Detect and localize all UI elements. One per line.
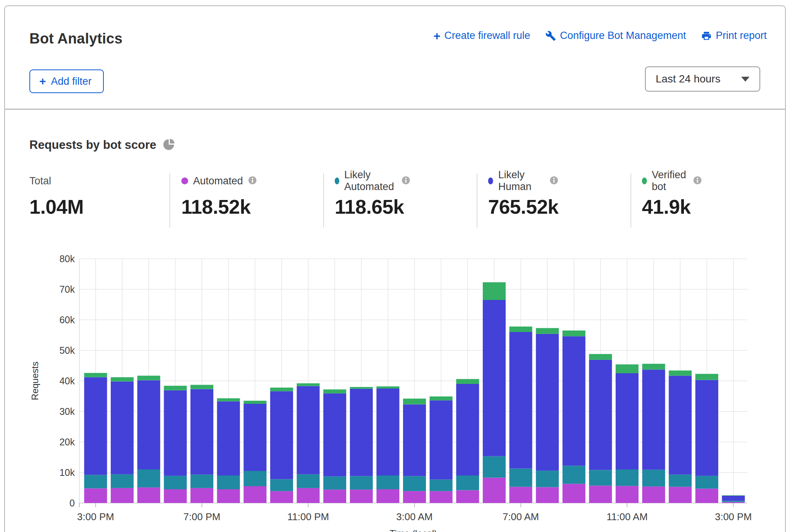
bar-segment-automated[interactable] [350,490,373,503]
bar-segment-likely-automated[interactable] [642,470,665,487]
bar-segment-likely-human[interactable] [323,393,346,477]
bar-segment-likely-human[interactable] [137,380,160,469]
bar-segment-automated[interactable] [695,488,718,503]
bar-segment-automated[interactable] [669,487,692,503]
bar-segment-verified-bot[interactable] [217,398,240,401]
bar-segment-verified-bot[interactable] [164,386,187,390]
bar-segment-automated[interactable] [217,489,240,503]
bar-segment-likely-human[interactable] [722,496,745,501]
bar-segment-automated[interactable] [323,490,346,503]
bar-segment-verified-bot[interactable] [297,383,320,386]
bar-segment-likely-human[interactable] [456,384,479,476]
bar-stack-200pm[interactable] [695,374,718,503]
bar-segment-automated[interactable] [270,491,293,503]
bar-segment-likely-automated[interactable] [456,476,479,490]
info-icon[interactable] [401,176,410,186]
bar-segment-automated[interactable] [164,489,187,503]
add-filter-button[interactable]: + Add filter [29,69,104,93]
bar-segment-automated[interactable] [190,488,213,503]
bar-segment-likely-human[interactable] [350,389,373,476]
time-range-select[interactable]: Last 24 hours [645,66,760,92]
bar-segment-likely-human[interactable] [536,334,559,471]
bar-stack-600pm[interactable] [164,386,187,503]
bar-segment-likely-automated[interactable] [669,475,692,487]
bar-segment-automated[interactable] [722,502,745,503]
bar-segment-automated[interactable] [642,487,665,503]
bar-segment-automated[interactable] [456,490,479,503]
bar-segment-verified-bot[interactable] [616,364,638,373]
bar-stack-300am[interactable] [403,398,426,503]
bar-stack-1100am[interactable] [616,364,638,503]
bar-segment-likely-human[interactable] [190,389,213,475]
bar-stack-1000am[interactable] [589,354,612,503]
bar-segment-likely-human[interactable] [616,373,638,469]
bar-segment-verified-bot[interactable] [430,397,453,400]
bar-segment-verified-bot[interactable] [483,282,506,300]
bar-segment-likely-automated[interactable] [722,501,745,502]
bar-stack-900pm[interactable] [243,401,266,503]
bar-segment-verified-bot[interactable] [323,389,346,393]
bar-segment-automated[interactable] [509,487,532,503]
bar-segment-likely-automated[interactable] [323,476,346,489]
bar-segment-automated[interactable] [483,478,506,503]
bar-segment-likely-automated[interactable] [430,479,453,491]
bar-stack-800pm[interactable] [217,398,240,503]
bar-segment-likely-human[interactable] [695,380,718,476]
info-icon[interactable] [693,176,702,186]
bar-stack-500pm[interactable] [137,376,160,503]
bar-stack-1200am[interactable] [323,389,346,503]
bar-segment-likely-human[interactable] [669,376,692,474]
bar-segment-verified-bot[interactable] [536,328,559,334]
bar-segment-likely-human[interactable] [509,332,532,469]
bar-segment-verified-bot[interactable] [589,354,612,360]
bar-segment-verified-bot[interactable] [84,373,107,377]
bar-segment-automated[interactable] [376,489,399,503]
bar-segment-likely-human[interactable] [111,382,134,474]
bar-segment-automated[interactable] [589,485,612,503]
configure-bot-management-link[interactable]: Configure Bot Management [545,30,686,42]
bar-segment-likely-human[interactable] [563,336,585,466]
bar-stack-700am[interactable] [509,327,532,503]
bar-segment-automated[interactable] [111,488,134,503]
bar-stack-100pm[interactable] [669,371,692,503]
bar-segment-verified-bot[interactable] [669,371,692,376]
bar-segment-likely-human[interactable] [642,369,665,469]
bar-stack-200am[interactable] [376,386,399,503]
bar-segment-likely-automated[interactable] [190,475,213,488]
bar-segment-automated[interactable] [616,486,638,503]
bar-segment-likely-automated[interactable] [243,471,266,486]
bar-segment-automated[interactable] [297,488,320,503]
bar-segment-likely-human[interactable] [483,300,506,456]
bar-segment-likely-automated[interactable] [403,476,426,491]
bar-segment-likely-human[interactable] [164,390,187,476]
bar-segment-automated[interactable] [84,488,107,503]
bar-segment-likely-automated[interactable] [217,476,240,489]
bar-stack-900am[interactable] [563,330,585,503]
bar-segment-likely-automated[interactable] [563,466,585,484]
bar-segment-verified-bot[interactable] [376,386,399,389]
bar-segment-automated[interactable] [430,491,453,503]
bar-segment-likely-automated[interactable] [84,475,107,488]
bar-segment-likely-automated[interactable] [270,479,293,491]
bar-segment-verified-bot[interactable] [403,398,426,404]
bar-segment-likely-human[interactable] [430,400,453,479]
bar-stack-1200pm[interactable] [642,364,665,503]
bar-segment-verified-bot[interactable] [642,364,665,369]
info-icon[interactable] [550,176,558,186]
bar-stack-400pm[interactable] [111,377,134,503]
bar-stack-800am[interactable] [536,328,559,503]
bar-stack-700pm[interactable] [190,385,213,503]
bar-segment-likely-automated[interactable] [695,476,718,489]
bar-segment-verified-bot[interactable] [350,387,373,389]
bar-segment-verified-bot[interactable] [190,385,213,389]
bar-segment-automated[interactable] [536,487,559,503]
bar-segment-likely-automated[interactable] [111,474,134,488]
bar-stack-1000pm[interactable] [270,388,293,503]
bar-segment-likely-automated[interactable] [483,456,506,478]
bar-segment-likely-automated[interactable] [376,476,399,489]
bar-segment-verified-bot[interactable] [270,388,293,392]
bar-segment-verified-bot[interactable] [722,495,745,496]
bar-segment-likely-human[interactable] [243,404,266,471]
bar-stack-400am[interactable] [430,397,453,503]
bar-segment-verified-bot[interactable] [243,401,266,404]
